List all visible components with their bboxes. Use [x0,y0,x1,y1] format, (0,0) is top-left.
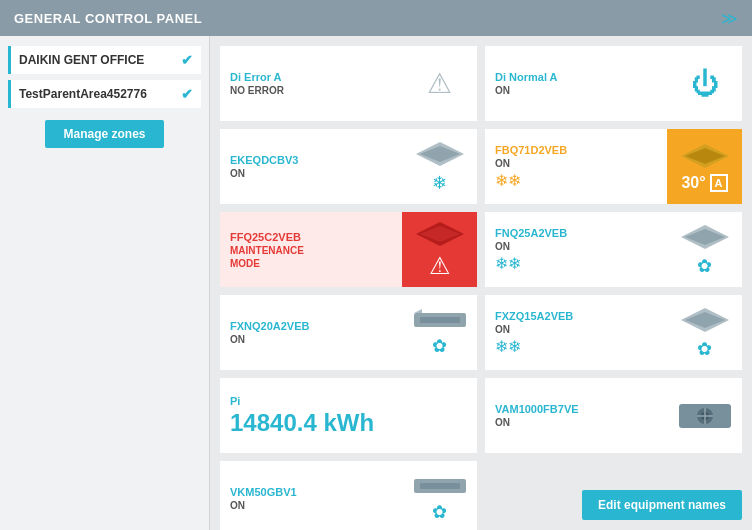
manage-zones-button[interactable]: Manage zones [45,120,163,148]
card-name: Pi [230,395,467,407]
card-info: Di Normal A ON [485,46,667,121]
edit-equipment-button[interactable]: Edit equipment names [582,490,742,520]
card-name: Di Normal A [495,71,657,83]
svg-marker-12 [685,312,725,328]
main-layout: DAIKIN GENT OFFICE ✔ TestParentArea45277… [0,36,752,530]
card-di-error-a[interactable]: Di Error A NO ERROR ⚠ [220,46,477,121]
card-name: FXNQ20A2VEB [230,320,392,332]
svg-marker-5 [420,226,460,242]
card-icon-area: ⚠ [402,212,477,287]
fan-icon: ✿ [697,338,712,360]
sidebar-item-testparent[interactable]: TestParentArea452776 ✔ [8,80,201,108]
card-di-normal-a[interactable]: Di Normal A ON ⏻ [485,46,742,121]
card-fnq25a2veb[interactable]: FNQ25A2VEB ON ❄❄ ✿ [485,212,742,287]
card-fxzq15a2veb[interactable]: FXZQ15A2VEB ON ❄❄ ✿ [485,295,742,370]
check-icon: ✔ [181,86,193,102]
card-name: VAM1000FB7VE [495,403,657,415]
sidebar-item-label: DAIKIN GENT OFFICE [19,53,144,67]
card-name: FXZQ15A2VEB [495,310,657,322]
card-info: VAM1000FB7VE ON [485,378,667,453]
cassette-icon [414,140,466,168]
card-icon-area [667,378,742,453]
power-icon: ⏻ [691,67,719,100]
card-name: VKM50GBV1 [230,486,392,498]
card-status: ON [230,168,392,179]
content-area: Di Error A NO ERROR ⚠ Di Normal A ON ⏻ [210,36,752,530]
check-icon: ✔ [181,52,193,68]
card-icon-area: ✿ [667,295,742,370]
card-status: ON [230,334,392,345]
card-info: Pi 14840.4 kWh [220,378,477,453]
card-name: EKEQDCBV3 [230,154,392,166]
card-fxnq20a2veb[interactable]: FXNQ20A2VEB ON ✿ [220,295,477,370]
card-info: FXNQ20A2VEB ON [220,295,402,370]
cassette-icon [679,306,731,334]
card-icon-area: ✿ [402,295,477,370]
card-status: ON [495,158,657,169]
fan-icon: ❄ [432,172,447,194]
cassette-icon [679,142,731,170]
warning-icon: ⚠ [429,252,451,280]
card-status: ON [495,241,657,252]
auto-icon: A [710,174,728,192]
fan-icon: ✿ [432,501,447,523]
card-icon-area: ❄ [402,129,477,204]
header: GENERAL CONTROL PANEL ≫ [0,0,752,36]
card-icon-area: ✿ [667,212,742,287]
fan-icon: ✿ [697,255,712,277]
card-vkm50gbv1[interactable]: VKM50GBV1 ON ✿ [220,461,477,530]
card-fbq71d2veb[interactable]: FBQ71D2VEB ON ❄❄ 30° A [485,129,742,204]
card-icon-area: ⏻ [667,46,742,121]
sidebar-item-label: TestParentArea452776 [19,87,147,101]
card-info: VKM50GBV1 ON [220,461,402,530]
card-info: FBQ71D2VEB ON ❄❄ [485,129,667,204]
card-status: ON [495,324,657,335]
card-vam1000fb7ve[interactable]: VAM1000FB7VE ON [485,378,742,453]
duct-icon [412,475,468,497]
edit-button-container: Edit equipment names [582,490,742,520]
temp-label: 30° [681,174,705,192]
card-icon-area: 30° A [667,129,742,204]
snowflake-icons: ❄❄ [495,171,657,190]
svg-marker-3 [685,148,725,164]
card-name: FBQ71D2VEB [495,144,657,156]
snowflake-icons: ❄❄ [495,337,657,356]
card-info: EKEQDCBV3 ON [220,129,402,204]
card-icon-area: ⚠ [402,46,477,121]
snowflake-icons: ❄❄ [495,254,657,273]
svg-marker-7 [685,229,725,245]
warning-icon: ⚠ [427,67,452,100]
card-ffq25c2veb[interactable]: FFQ25C2VEB MAINTENANCE MODE ⚠ [220,212,477,287]
fan-icon: ✿ [432,335,447,357]
card-info: FNQ25A2VEB ON ❄❄ [485,212,667,287]
card-status: ON [495,85,657,96]
card-status: MAINTENANCE [230,245,392,256]
card-status: ON [230,500,392,511]
cards-grid: Di Error A NO ERROR ⚠ Di Normal A ON ⏻ [220,46,742,530]
duct-icon [412,309,468,331]
panel-title: GENERAL CONTROL PANEL [14,11,202,26]
card-status: ON [495,417,657,428]
svg-marker-1 [420,146,460,162]
sidebar: DAIKIN GENT OFFICE ✔ TestParentArea45277… [0,36,210,530]
collapse-icon[interactable]: ≫ [721,9,738,28]
card-pi[interactable]: Pi 14840.4 kWh [220,378,477,453]
cassette-icon [414,220,466,248]
pi-value: 14840.4 kWh [230,409,467,437]
card-status: NO ERROR [230,85,392,96]
card-name: FNQ25A2VEB [495,227,657,239]
card-info: FFQ25C2VEB MAINTENANCE MODE [220,212,402,287]
cassette-icon [679,223,731,251]
card-mode: MODE [230,258,392,269]
svg-marker-10 [414,309,422,313]
sidebar-item-daikin[interactable]: DAIKIN GENT OFFICE ✔ [8,46,201,74]
card-ekeqdcbv3[interactable]: EKEQDCBV3 ON ❄ [220,129,477,204]
card-name: Di Error A [230,71,392,83]
svg-rect-9 [420,317,460,323]
card-info: FXZQ15A2VEB ON ❄❄ [485,295,667,370]
card-icon-area: ✿ [402,461,477,530]
ventilator-icon [677,398,733,434]
card-name: FFQ25C2VEB [230,231,392,243]
svg-rect-19 [420,483,460,489]
card-info: Di Error A NO ERROR [220,46,402,121]
